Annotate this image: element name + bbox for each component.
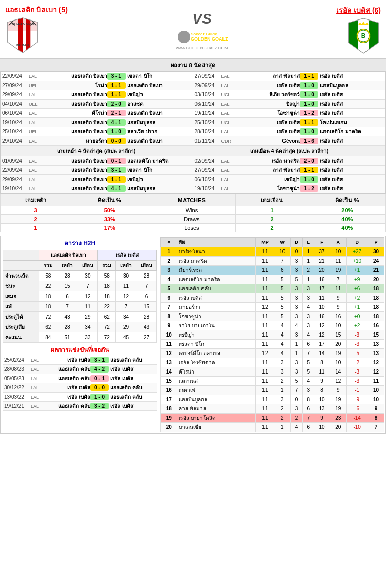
away-match-3: 03/10/24 UCL ลีเกีย วอร์ซอว์ 1 - 0 เรอัล…	[193, 90, 386, 100]
home-match-7: 25/10/24 UEL แอธเลติก บิลเบา 1 - 0 สลาเว…	[1, 127, 193, 136]
stats-table: เกมเหย้า คิดเป็น % MATCHES เกมเยือน คิดเ…	[0, 194, 386, 232]
last4-away-section: เกมเยือน 4 นัดล่าสุด (สเปน ลาลีกา) 02/09…	[193, 146, 386, 193]
last4-away-header: เกมเยือน 4 นัดล่าสุด (สเปน ลาลีกา)	[193, 146, 386, 156]
h2h-row-losses: แพ้ 18711 22715	[3, 302, 157, 312]
h2h-row-points: คะแนน 845133 724527	[3, 332, 157, 343]
league-row: 6 เรอัล เบดิส 11 5 3 3 11 9 +2 18	[161, 293, 384, 303]
svg-text:Soccer Guide: Soccer Guide	[191, 32, 217, 36]
league-row: 4 แอตเลติโก มาดริด 11 5 5 1 16 7 +9 20	[161, 275, 384, 284]
home-match-4: 04/10/24 UEL แอธเลติก บิลเบา 2 - 0 อาแซด	[1, 100, 193, 109]
vs-section: VS Soccer Guide GOLDEN GOALZ www.GOLDENG…	[176, 11, 228, 50]
away-team-logo: B	[346, 16, 381, 56]
h2h-table: แอธเลติก บิลเบา เรอัล เบดิส รวม เหย้า เย…	[3, 250, 157, 343]
league-row: 20 บาเลนเซีย 11 1 4 6 10 20 -10 7	[161, 423, 384, 432]
away-match-8: 01/11/24 CDR Gévora 1 - 6 เรอัล เบดิส	[193, 136, 386, 146]
bottom-section: ตาราง H2H แอธเลติก บิลเบา เรอัล เบดิส รว…	[0, 236, 386, 434]
h2h-row-conceded: ประตูเสีย 622834 722943	[3, 322, 157, 332]
golden-goalz-logo: Soccer Guide GOLDEN GOALZ	[176, 29, 228, 45]
last4-away-1: 02/09/24 LAL เรอัล มาดริด 2 - 0 เรอัล เบ…	[193, 156, 386, 166]
h2h-left-panel: ตาราง H2H แอธเลติก บิลเบา เรอัล เบดิส รว…	[1, 236, 159, 433]
home-match-2: 27/09/24 UEL โรม่า 1 - 1 แอธเลติก บิลเบา	[1, 81, 193, 90]
league-row: 18 ลาส พัลมาส 11 2 3 6 13 19 -6 9	[161, 404, 384, 414]
recent-matches-grid: 22/09/24 LAL แอธเลติก บิลเบา 3 - 1 เซลตา…	[0, 72, 386, 146]
league-row: 9 ราโย บายเกาโน 11 4 4 3 12 10 +2 16	[161, 321, 384, 330]
last4-away-4: 19/10/24 LAL โอซาซูน่า 1 - 2 เรอัล เบดิส	[193, 184, 386, 193]
h2h-row-wins: ชนะ 22157 18117	[3, 281, 157, 291]
away-recent-matches: 27/09/24 LAL ลาส พัลมาส 1 - 1 เรอัล เบดิ…	[193, 72, 386, 146]
svg-point-13	[178, 31, 190, 43]
league-row: 19 เรอัล บายาโดลิด 11 2 2 7 9 23 -14 8	[161, 414, 384, 423]
past-match-1: 25/02/24 LAL เรอัล เบดิส 3 - 1 แอธเลติก …	[3, 356, 157, 365]
last4-away-2: 27/09/24 LAL ลาส พัลมาส 1 - 1 เรอัล เบดิ…	[193, 166, 386, 175]
away-match-1: 27/09/24 LAL ลาส พัลมาส 1 - 1 เรอัล เบดิ…	[193, 72, 386, 81]
h2h-row-total: จำนวนนัด 582830 583028	[3, 271, 157, 281]
h2h-row-draws: เสมอ 18612 18126	[3, 291, 157, 302]
stats-draws-row: 2 33% Draws 2 40%	[1, 215, 386, 224]
league-row: 12 เดปอร์ดีโก อลาเบส 12 4 1 7 14 19 -5 1…	[161, 349, 384, 358]
stats-wins-row: 3 50% Wins 1 20%	[1, 206, 386, 215]
svg-text:BILBAO: BILBAO	[16, 43, 29, 47]
league-table-panel: # ทีม MP W D L F A D P 1 บาร์เซโลนา 11 1…	[159, 236, 385, 433]
away-match-2: 29/09/24 LAL เรอัล เบดิส 1 - 0 แอสปันบูล…	[193, 81, 386, 90]
home-recent-matches: 22/09/24 LAL แอธเลติก บิลเบา 3 - 1 เซลตา…	[1, 72, 193, 146]
last4-home-1: 01/09/24 LAL แอธเลติก บิลเบา 0 - 1 แอตเล…	[1, 156, 193, 166]
last4-home-header: เกมเหย้า 4 นัดล่าสุด (สเปน ลาลีกา)	[1, 146, 193, 156]
league-row: 11 เซลตา บิโก 11 4 1 6 17 20 -3 13	[161, 340, 384, 349]
home-team-name: แอธเลติก บิลเบา (5)	[5, 4, 68, 56]
past-match-3: 05/05/23 LAL แอธเลติก คลับ 0 - 1 เรอัล เ…	[3, 374, 157, 383]
last4-home-3: 29/09/24 LAL แอธเลติก บิลเบา 1 - 1 เซบีญ…	[1, 175, 193, 184]
away-team-section: เรอัล เบดิส (6) B	[336, 5, 381, 56]
league-row: 8 โอซาซูน่า 11 5 3 3 16 16 +0 18	[161, 312, 384, 321]
home-match-1: 22/09/24 LAL แอธเลติก บิลเบา 3 - 1 เซลตา…	[1, 72, 193, 81]
svg-text:ATHLETIC CLUB: ATHLETIC CLUB	[10, 22, 35, 25]
svg-text:GOLDEN GOALZ: GOLDEN GOALZ	[191, 36, 228, 42]
home-match-5: 06/10/24 LAL คีโรน่า 2 - 1 แอธเลติก บิลเ…	[1, 109, 193, 118]
league-row: 3 มียาร์เรซล 11 6 3 2 20 19 +1 21	[161, 266, 384, 275]
svg-text:B: B	[361, 32, 366, 40]
league-row: 5 แอธเลติก คลับ 11 5 3 3 17 11 +6 18	[161, 284, 384, 293]
last4-away-3: 06/10/24 LAL เซบีญ่า 1 - 0 เรอัล เบดิส	[193, 175, 386, 184]
past-meetings-list: 25/02/24 LAL เรอัล เบดิส 3 - 1 แอธเลติก …	[3, 356, 157, 411]
league-row: 17 แอสปันบูลอล 11 3 0 8 10 19 -9 10	[161, 395, 384, 404]
league-row: 2 เรอัล มาดริด 11 7 3 1 21 11 +10 24	[161, 257, 384, 266]
header: แอธเลติก บิลเบา (5)	[0, 0, 386, 58]
last4-home-section: เกมเหย้า 4 นัดล่าสุด (สเปน ลาลีกา) 01/09…	[1, 146, 193, 193]
away-match-7: 28/10/24 LAL เรอัล เบดิส 1 - 0 แอตเลติโก…	[193, 127, 386, 136]
league-row: 15 เลกาเนส 11 2 5 4 9 12 -3 11	[161, 377, 384, 386]
league-table: # ทีม MP W D L F A D P 1 บาร์เซโลนา 11 1…	[160, 237, 384, 432]
away-match-4: 06/10/24 LAL บิลญ่า 1 - 0 เรอัล เบดิส	[193, 100, 386, 109]
league-row: 13 เรอัล โซเซียดาด 11 3 3 5 8 10 -2 12	[161, 358, 384, 367]
recent8-header: ผลงาน 8 นัดล่าสุด	[0, 58, 386, 72]
home-match-6: 19/10/24 LAL แอธเลติก บิลเบา 4 - 1 แอสปั…	[1, 118, 193, 127]
past-match-5: 13/03/22 LAL เรอัล เบดิส 1 - 0 แอธเลติก …	[3, 393, 157, 402]
league-row: 16 เกตาเฟ 11 1 7 3 8 9 -1 10	[161, 386, 384, 395]
past-match-6: 19/12/21 LAL แอธเลติก คลับ 3 - 2 เรอัล เ…	[3, 402, 157, 411]
past-match-2: 28/08/23 LAL แอธเลติก คลับ 4 - 2 เรอัล เ…	[3, 365, 157, 374]
last4-home-4: 19/10/24 LAL แอธเลติก บิลเบา 4 - 1 แอสปั…	[1, 184, 193, 193]
last4-home-2: 22/09/24 LAL แอธเลติก บิลเบา 3 - 1 เซลตา…	[1, 166, 193, 175]
past-match-4: 30/12/22 LAL เรอัล เบดิส 0 - 0 แอธเลติก …	[3, 383, 157, 393]
last4-section: เกมเหย้า 4 นัดล่าสุด (สเปน ลาลีกา) 01/09…	[0, 146, 386, 194]
home-team-logo: ATHLETIC CLUB BILBAO	[5, 15, 40, 55]
league-row: 7 มายอร์กา 12 5 3 4 10 9 +1 18	[161, 303, 384, 312]
away-match-5: 19/10/24 LAL โอซาซูน่า 1 - 2 เรอัล เบดิส	[193, 109, 386, 118]
league-row: 1 บาร์เซโลนา 11 10 0 1 37 10 +27 30	[161, 247, 384, 257]
stats-loses-row: 1 17% Loses 2 40%	[1, 224, 386, 232]
home-match-8: 29/10/24 LAL มายอร์กา 0 - 0 แอธเลติก บิล…	[1, 136, 193, 146]
league-row: 10 เซบีญ่า 11 4 3 4 12 15 -3 15	[161, 330, 384, 340]
home-match-3: 29/09/24 LAL แอธเลติก บิลเบา 1 - 1 เซบีญ…	[1, 90, 193, 100]
h2h-row-scored: ประตูได้ 724329 623428	[3, 312, 157, 322]
away-match-6: 25/10/24 UCL เรอัล เบดิส 1 - 1 โคเปนเฮเก…	[193, 118, 386, 127]
league-row: 14 คีโรน่า 11 3 3 5 11 14 -3 12	[161, 367, 384, 377]
